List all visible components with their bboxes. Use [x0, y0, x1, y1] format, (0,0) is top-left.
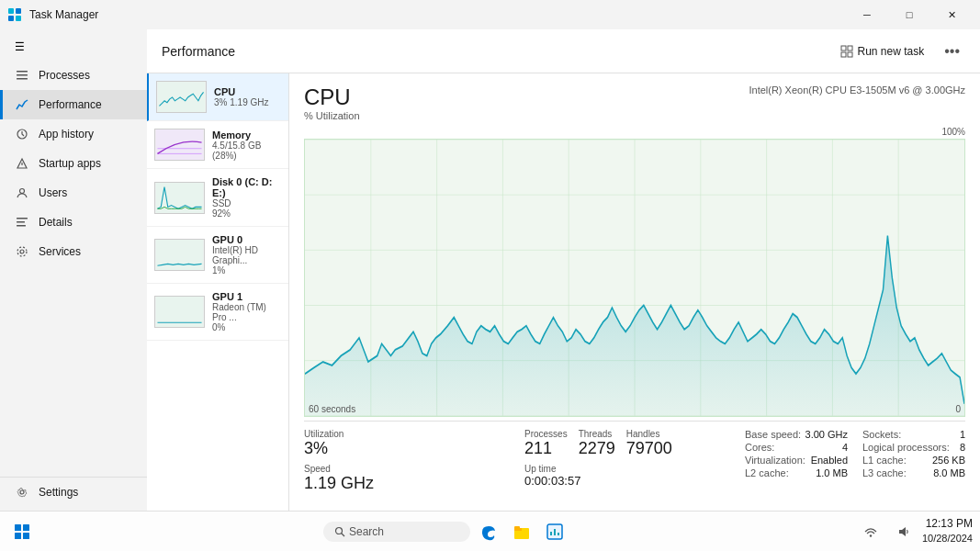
sidebar-item-performance[interactable]: Performance — [0, 90, 147, 119]
svg-rect-48 — [23, 533, 29, 539]
threads-value: 2279 — [579, 439, 615, 459]
sidebar-hamburger[interactable]: ☰ — [0, 33, 147, 61]
svg-point-14 — [20, 250, 24, 253]
close-button[interactable]: ✕ — [930, 0, 973, 29]
logical-label: Logical processors: — [862, 442, 950, 453]
perf-body: CPU 3% 1.19 GHz Mem — [147, 73, 980, 511]
cpu-header: CPU % Utilization Intel(R) Xeon(R) CPU E… — [304, 84, 965, 125]
l3-value: 8.0 MB — [933, 467, 965, 478]
taskbar-center: Search — [323, 517, 569, 546]
taskbar-left — [7, 517, 37, 546]
svg-point-49 — [335, 527, 342, 534]
svg-rect-13 — [17, 225, 26, 227]
processes-label: Processes — [524, 429, 568, 439]
tech-details: Base speed: 3.00 GHz Sockets: 1 Cores: 4 — [745, 429, 965, 478]
sidebar-item-users[interactable]: Users — [0, 178, 147, 208]
taskbar-right: 12:13 PM 10/28/2024 — [856, 516, 973, 545]
l3-label: L3 cache: — [862, 467, 907, 478]
stats-col-2: Processes 211 Threads 2279 Handles 79700 — [524, 429, 745, 500]
search-icon — [334, 526, 345, 537]
svg-rect-6 — [17, 78, 28, 80]
chart-time-label: 60 seconds — [309, 404, 355, 414]
gpu1-info: GPU 1 Radeon (TM) Pro ... 0% — [212, 291, 281, 332]
device-item-cpu[interactable]: CPU 3% 1.19 GHz — [147, 73, 288, 121]
taskbar-volume-icon[interactable] — [889, 517, 918, 546]
services-icon — [15, 244, 29, 259]
gpu0-device-val: 1% — [212, 265, 281, 276]
svg-rect-45 — [15, 524, 21, 531]
settings-label: Settings — [39, 486, 78, 499]
cpu-subtitle: % Utilization — [304, 110, 360, 121]
l2-row: L2 cache: 1.0 MB — [745, 467, 848, 478]
sockets-value: 1 — [960, 429, 965, 440]
sidebar-item-startup-apps[interactable]: Startup apps — [0, 149, 147, 178]
app-history-label: App history — [39, 128, 94, 141]
sidebar-item-processes[interactable]: Processes — [0, 61, 147, 90]
taskbar-time[interactable]: 12:13 PM 10/28/2024 — [922, 516, 973, 545]
cpu-title: CPU — [304, 84, 360, 110]
hamburger-icon: ☰ — [15, 40, 25, 53]
utilization-label: Utilization — [304, 429, 524, 439]
minimize-button[interactable]: ─ — [846, 0, 888, 29]
processes-value: 211 — [524, 439, 568, 459]
taskbar-date-value: 10/28/2024 — [922, 532, 973, 545]
memory-device-name: Memory — [212, 129, 281, 141]
taskbar-search[interactable]: Search — [323, 522, 470, 542]
processes-stat: Processes 211 — [524, 429, 568, 459]
settings-icon — [15, 485, 29, 500]
taskbar: Search 12:13 PM 10/28/2024 — [0, 511, 980, 551]
run-new-task-label: Run new task — [857, 45, 924, 58]
svg-marker-59 — [899, 527, 906, 536]
threads-stat: Threads 2279 — [579, 429, 615, 459]
gpu1-device-sub: Radeon (TM) Pro ... — [212, 302, 281, 322]
svg-rect-0 — [8, 8, 14, 14]
svg-point-15 — [17, 247, 27, 256]
cpu-device-sub: 3% 1.19 GHz — [214, 97, 281, 107]
sidebar-item-app-history[interactable]: App history — [0, 119, 147, 149]
taskbar-taskmanager-icon[interactable] — [540, 517, 569, 546]
sidebar-item-details[interactable]: Details — [0, 208, 147, 237]
svg-point-16 — [20, 490, 24, 494]
svg-rect-18 — [848, 46, 852, 51]
memory-info: Memory 4.5/15.8 GB (28%) — [212, 129, 281, 161]
device-item-gpu0[interactable]: GPU 0 Intel(R) HD Graphi... 1% — [147, 227, 288, 284]
cpu-chart: 0 60 seconds — [304, 139, 965, 417]
content-header-title: Performance — [162, 44, 235, 59]
svg-rect-2 — [8, 16, 14, 21]
startup-icon — [15, 156, 29, 171]
more-options-button[interactable]: ••• — [939, 39, 965, 63]
device-list: CPU 3% 1.19 GHz Mem — [147, 73, 289, 511]
cpu-detail-panel: CPU % Utilization Intel(R) Xeon(R) CPU E… — [289, 73, 980, 511]
cpu-info: CPU 3% 1.19 GHz — [214, 86, 281, 107]
virtualization-label: Virtualization: — [745, 455, 805, 466]
performance-label: Performance — [39, 98, 102, 111]
details-icon — [15, 215, 29, 230]
svg-rect-20 — [848, 52, 852, 57]
processes-label: Processes — [39, 69, 90, 82]
content-header: Performance Run new task ••• — [147, 29, 980, 73]
svg-point-10 — [20, 189, 25, 194]
device-item-gpu1[interactable]: GPU 1 Radeon (TM) Pro ... 0% — [147, 284, 288, 341]
cores-row: Cores: 4 — [745, 442, 848, 453]
cores-value: 4 — [842, 442, 848, 453]
taskbar-wifi-icon[interactable] — [856, 517, 885, 546]
run-task-icon — [840, 45, 853, 58]
maximize-button[interactable]: □ — [888, 0, 930, 29]
taskbar-edge-icon[interactable] — [474, 517, 503, 546]
sockets-label: Sockets: — [862, 429, 901, 440]
utilization-value: 3% — [304, 439, 524, 459]
base-speed-value: 3.00 GHz — [805, 429, 848, 440]
sidebar-item-services[interactable]: Services — [0, 237, 147, 266]
sidebar-item-settings[interactable]: Settings — [0, 477, 147, 507]
handles-value: 79700 — [626, 439, 672, 459]
run-new-task-button[interactable]: Run new task — [833, 41, 931, 62]
svg-rect-1 — [16, 8, 21, 14]
gpu0-device-name: GPU 0 — [212, 234, 281, 245]
users-icon — [15, 186, 29, 200]
start-button[interactable] — [7, 517, 37, 546]
taskbar-explorer-icon[interactable] — [507, 517, 536, 546]
device-item-memory[interactable]: Memory 4.5/15.8 GB (28%) — [147, 121, 288, 169]
device-item-disk0[interactable]: Disk 0 (C: D: E:) SSD 92% — [147, 169, 288, 227]
cpu-device-name: CPU — [214, 86, 281, 97]
disk0-device-name: Disk 0 (C: D: E:) — [212, 176, 281, 198]
